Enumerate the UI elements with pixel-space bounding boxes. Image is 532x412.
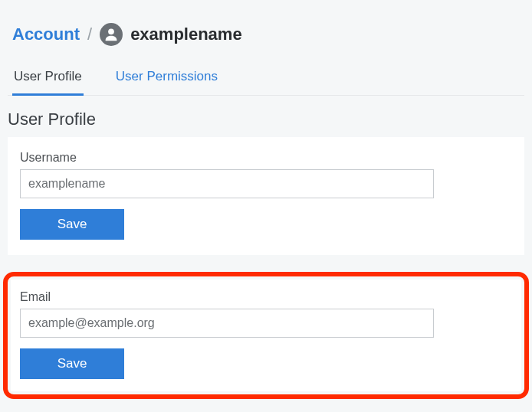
user-avatar-icon xyxy=(100,23,123,46)
email-label: Email xyxy=(20,290,512,304)
breadcrumb-account-link[interactable]: Account xyxy=(12,25,80,44)
email-highlight: Email Save xyxy=(3,272,529,399)
tabs: User Profile User Permissions xyxy=(8,64,524,96)
breadcrumb-username: examplename xyxy=(130,25,242,44)
tab-user-permissions[interactable]: User Permissions xyxy=(114,64,219,95)
breadcrumb: Account / examplename xyxy=(8,9,524,54)
svg-point-0 xyxy=(108,28,114,34)
username-input[interactable] xyxy=(20,169,434,198)
save-email-button[interactable]: Save xyxy=(20,348,124,379)
page-title: User Profile xyxy=(8,110,524,129)
username-label: Username xyxy=(20,151,512,165)
email-input[interactable] xyxy=(20,309,434,338)
tab-user-profile[interactable]: User Profile xyxy=(12,64,84,96)
email-card: Email Save xyxy=(11,280,521,391)
breadcrumb-separator: / xyxy=(87,25,92,44)
username-card: Username Save xyxy=(8,137,524,255)
save-username-button[interactable]: Save xyxy=(20,209,124,240)
